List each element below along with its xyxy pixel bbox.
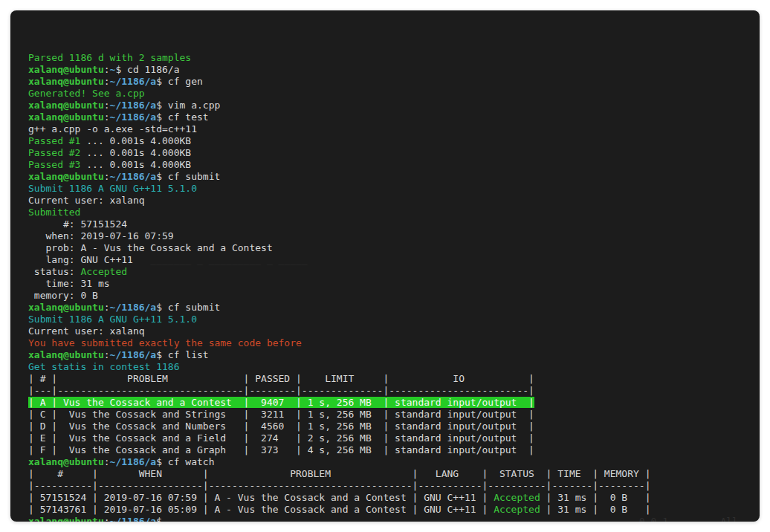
prompt-path: ~/1186/a [110, 302, 157, 313]
prompt-cf-list: xalanq@ubuntu:~/1186/a$ cf list [28, 349, 742, 361]
watch-row-2: | 57143761 | 2019-07-16 05:09 | A - Vus … [28, 504, 742, 516]
watch-table-header: | # | WHEN | PROBLEM | LANG | STATUS | T… [28, 468, 742, 480]
text-segment: : [104, 302, 110, 313]
terminal-output: Parsed 1186 d with 2 samplesxalanq@ubunt… [28, 52, 742, 522]
text-segment: ... 0.001s 4.000KB [80, 147, 191, 158]
text-segment: | E | Vus the Cossack and a Field | 274 … [28, 432, 534, 444]
output-submit-info-1: Submit 1186 A GNU G++11 5.1.0 [28, 183, 742, 195]
submission-prob: prob: A - Vus the Cossack and a Contest [28, 242, 742, 254]
text-segment: status: [28, 266, 80, 277]
text-segment: : [104, 76, 110, 87]
prompt-cf-watch: xalanq@ubuntu:~/1186/a$ cf watch [28, 456, 742, 468]
prompt-path: ~/1186/a [110, 516, 157, 522]
prompt-user: xalanq@ubuntu [28, 111, 104, 123]
problem-row-e: | E | Vus the Cossack and a Field | 274 … [28, 432, 742, 444]
problem-row-f: | F | Vus the Cossack and a Graph | 373 … [28, 444, 742, 456]
prompt-user: xalanq@ubuntu [28, 100, 104, 111]
output-passed-1: Passed #1 ... 0.001s 4.000KB [28, 135, 742, 147]
problem-row-selected: | A | Vus the Cossack and a Contest | 94… [28, 397, 742, 409]
text-segment: when: 2019-07-16 07:59 [28, 230, 174, 241]
text-segment: Submit 1186 A GNU G++11 5.1.0 [28, 314, 197, 325]
output-submitted: Submitted [28, 207, 742, 218]
text-segment: ... 0.001s 4.000KB [80, 135, 191, 146]
text-segment: |----------|------------------|---------… [28, 480, 650, 491]
prompt-user: xalanq@ubuntu [28, 76, 104, 87]
problem-table-header: | # | PROBLEM | PASSED | LIMIT | IO | [28, 373, 742, 385]
text-segment: : [104, 111, 110, 123]
prompt-path: ~/1186/a [110, 100, 157, 111]
text-segment: | 31 ms | 0 B | [540, 492, 651, 503]
text-segment: lang: GNU C++11 [28, 254, 133, 265]
text-segment: Get statis in contest 1186 [28, 361, 180, 372]
text-segment: : [104, 64, 110, 75]
text-segment: memory: 0 B [28, 290, 98, 301]
text-segment: Current user: xalanq [28, 325, 145, 337]
output-passed-3: Passed #3 ... 0.001s 4.000KB [28, 159, 742, 171]
problem-table-separator: |---|--------------------------------|--… [28, 385, 742, 397]
prompt-cf-gen: xalanq@ubuntu:~/1186/a$ cf gen [28, 76, 742, 88]
text-segment: ... 0.001s 4.000KB [80, 159, 191, 170]
output-compile: g++ a.cpp -o a.exe -std=c++11 [28, 123, 742, 135]
prompt-user: xalanq@ubuntu [28, 171, 104, 182]
prompt-path: ~/1186/a [110, 111, 157, 123]
terminal-window[interactable]: Parsed 1186 d with 2 samplesxalanq@ubunt… [10, 10, 760, 522]
text-segment: Current user: xalanq [28, 195, 145, 206]
prompt-vim: xalanq@ubuntu:~/1186/a$ vim a.cpp [28, 100, 742, 111]
command-cf-test: $ cf test [156, 111, 208, 123]
cursor: _ [168, 516, 174, 522]
text-segment: time: 31 ms [28, 278, 110, 289]
text-segment: Passed #1 [28, 135, 80, 146]
command-cd: $ cd 1186/a [115, 64, 179, 75]
text-segment: | 57143761 | 2019-07-16 05:09 | A - Vus … [28, 504, 494, 515]
text-segment: g++ a.cpp -o a.exe -std=c++11 [28, 123, 197, 134]
text-segment: | 57151524 | 2019-07-16 07:59 | A - Vus … [28, 492, 494, 503]
prompt-user: xalanq@ubuntu [28, 349, 104, 360]
command-cf-submit: $ cf submit [156, 302, 220, 313]
ghost-vim-ruler: 0,0-1 All [174, 516, 738, 522]
prompt-current: xalanq@ubuntu:~/1186/a$ _ 0,0-1 All [28, 516, 742, 522]
text-segment: : [104, 100, 110, 111]
text-segment: | C | Vus the Cossack and Strings | 3211… [28, 409, 534, 420]
prompt-user: xalanq@ubuntu [28, 456, 104, 467]
text-segment: prob: A - Vus the Cossack and a Contest [28, 242, 273, 253]
prompt-user: xalanq@ubuntu [28, 516, 104, 522]
text-segment: : [104, 456, 110, 467]
text-segment: #: 57151524 [28, 218, 127, 230]
text-segment: $ [156, 516, 168, 522]
text-segment: | F | Vus the Cossack and a Graph | 373 … [28, 444, 534, 455]
text-segment: : [104, 516, 110, 522]
selected-row-highlight: | A | Vus the Cossack and a Contest | 94… [28, 397, 534, 408]
ghost-artifact: _______ _ _________ _ _____ [133, 254, 308, 265]
text-segment: | 31 ms | 0 B | [540, 504, 651, 515]
prompt-cf-submit-2: xalanq@ubuntu:~/1186/a$ cf submit [28, 302, 742, 314]
submission-when: when: 2019-07-16 07:59 [28, 230, 742, 242]
text-segment: |---|--------------------------------|--… [28, 385, 534, 396]
text-segment: Passed #2 [28, 147, 80, 158]
prompt-cf-submit-1: xalanq@ubuntu:~/1186/a$ cf submit [28, 171, 742, 183]
output-current-user-2: Current user: xalanq [28, 325, 742, 337]
text-segment: | # | WHEN | PROBLEM | LANG | STATUS | T… [28, 468, 650, 479]
prompt-path: ~/1186/a [110, 76, 157, 87]
submission-memory: memory: 0 B [28, 290, 742, 302]
status-accepted: Accepted [494, 504, 540, 515]
text-segment: Generated! See a.cpp [28, 88, 145, 99]
text-segment: Submitted [28, 207, 80, 218]
command-vim: $ vim a.cpp [156, 100, 220, 111]
text-segment: Passed #3 [28, 159, 80, 170]
output-get-statis: Get statis in contest 1186 [28, 361, 742, 373]
submission-lang: lang: GNU C++11 _______ _ _________ _ __… [28, 254, 742, 266]
prompt-path: ~/1186/a [110, 171, 157, 182]
command-cf-submit: $ cf submit [156, 171, 220, 182]
watch-row-1: | 57151524 | 2019-07-16 07:59 | A - Vus … [28, 492, 742, 504]
submission-time: time: 31 ms [28, 278, 742, 290]
command-cf-list: $ cf list [156, 349, 208, 360]
prompt-user: xalanq@ubuntu [28, 64, 104, 75]
problem-row-d: | D | Vus the Cossack and Numbers | 4560… [28, 421, 742, 432]
prompt-cf-test: xalanq@ubuntu:~/1186/a$ cf test [28, 111, 742, 123]
prompt-user: xalanq@ubuntu [28, 302, 104, 313]
text-segment: : [104, 349, 110, 360]
output-parsed: Parsed 1186 d with 2 samples [28, 52, 742, 64]
output-passed-2: Passed #2 ... 0.001s 4.000KB [28, 147, 742, 159]
command-cf-gen: $ cf gen [156, 76, 203, 87]
status-accepted: Accepted [80, 266, 127, 277]
